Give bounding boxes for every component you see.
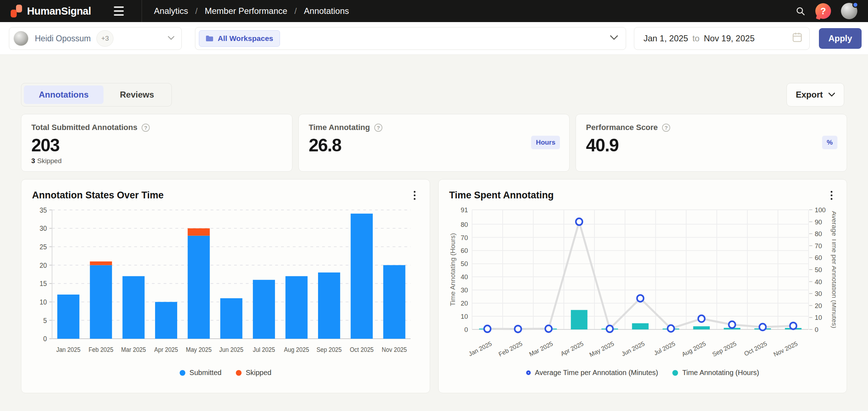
- member-select[interactable]: Heidi Opossum +3: [9, 27, 182, 50]
- time-spent-annotating-card: Time Spent Annotating 010203040506070809…: [438, 179, 847, 393]
- svg-text:70: 70: [460, 234, 468, 241]
- svg-text:Nov 2025: Nov 2025: [772, 340, 799, 358]
- workspace-select[interactable]: All Workspaces: [195, 27, 626, 50]
- svg-text:Mar 2025: Mar 2025: [121, 347, 146, 354]
- legend-ring-avg-time: [526, 370, 531, 375]
- charts-row: Annotation States Over Time 051015202530…: [21, 179, 847, 393]
- tab-annotations[interactable]: Annotations: [24, 85, 104, 104]
- breadcrumb-member-performance[interactable]: Member Performance: [205, 6, 287, 16]
- chart-legend: Average Time per Annotation (Minutes) Ti…: [449, 369, 836, 377]
- svg-text:80: 80: [460, 220, 468, 228]
- legend-dot-submitted: [180, 370, 185, 376]
- svg-text:40: 40: [460, 273, 468, 281]
- brand-name: HumanSignal: [27, 5, 91, 17]
- search-icon[interactable]: [795, 6, 805, 16]
- menu-icon[interactable]: [111, 4, 127, 19]
- svg-text:0: 0: [464, 326, 468, 333]
- workspace-chip[interactable]: All Workspaces: [199, 30, 280, 47]
- unit-badge-percent: %: [822, 136, 837, 149]
- kebab-menu-icon[interactable]: [410, 189, 419, 202]
- svg-text:Jul 2025: Jul 2025: [253, 347, 275, 354]
- legend-dot-time-annotating: [672, 370, 678, 376]
- stat-title: Time Annotating: [309, 123, 370, 132]
- legend-item-submitted[interactable]: Submitted: [180, 369, 222, 377]
- svg-text:90: 90: [815, 218, 822, 225]
- member-extra-count: +3: [96, 30, 113, 47]
- svg-text:Aug 2025: Aug 2025: [681, 340, 707, 358]
- legend-item-time-annotating[interactable]: Time Annotating (Hours): [672, 369, 759, 377]
- date-range-input[interactable]: Jan 1, 2025 to Nov 19, 2025: [634, 27, 810, 50]
- time-spent-annotating-chart: 0102030405060708091010203040506070809010…: [449, 204, 836, 365]
- workspace-chip-label: All Workspaces: [218, 34, 273, 43]
- header-divider: [142, 0, 142, 22]
- legend-item-avg-time[interactable]: Average Time per Annotation (Minutes): [526, 369, 658, 377]
- question-circle-icon[interactable]: ?: [662, 124, 670, 132]
- svg-text:Sep 2025: Sep 2025: [711, 340, 737, 358]
- svg-text:Aug 2025: Aug 2025: [284, 347, 309, 354]
- svg-text:10: 10: [815, 314, 822, 321]
- stat-title: Total Submitted Annotations: [31, 123, 137, 132]
- svg-text:40: 40: [815, 278, 822, 285]
- chevron-down-icon: [610, 35, 618, 42]
- stat-card-performance-score: Performance Score ? 40.9 %: [576, 114, 847, 172]
- stat-card-total-submitted: Total Submitted Annotations ? 203 3Skipp…: [21, 114, 292, 172]
- calendar-icon[interactable]: [792, 32, 802, 45]
- svg-text:10: 10: [39, 298, 47, 306]
- export-button[interactable]: Export: [787, 83, 844, 106]
- question-circle-icon[interactable]: ?: [142, 124, 150, 132]
- svg-text:Nov 2025: Nov 2025: [382, 347, 407, 354]
- svg-text:80: 80: [815, 230, 822, 238]
- date-from: Jan 1, 2025: [644, 33, 688, 43]
- svg-text:60: 60: [460, 247, 468, 254]
- legend-dot-skipped: [236, 370, 242, 376]
- date-to: Nov 19, 2025: [704, 33, 755, 43]
- svg-text:Feb 2025: Feb 2025: [89, 347, 113, 354]
- kebab-menu-icon[interactable]: [827, 189, 836, 202]
- svg-text:100: 100: [815, 206, 826, 214]
- folder-icon: [206, 35, 213, 42]
- chart-title: Annotation States Over Time: [32, 190, 164, 201]
- view-tabs: Annotations Reviews: [21, 83, 172, 106]
- svg-text:Jan 2025: Jan 2025: [56, 347, 80, 354]
- svg-text:Apr 2025: Apr 2025: [559, 340, 584, 357]
- stat-value: 26.8: [309, 135, 560, 156]
- svg-text:May 2025: May 2025: [588, 340, 615, 358]
- apply-button[interactable]: Apply: [819, 28, 862, 49]
- humansignal-logo-icon: [11, 5, 22, 17]
- stat-value: 203: [31, 135, 282, 156]
- chart-title: Time Spent Annotating: [449, 190, 554, 201]
- svg-text:May 2025: May 2025: [186, 347, 211, 354]
- breadcrumb-annotations[interactable]: Annotations: [304, 6, 349, 16]
- svg-text:5: 5: [43, 317, 47, 324]
- annotation-states-chart: 05101520253035Jan 2025Feb 2025Mar 2025Ap…: [32, 204, 419, 365]
- svg-text:15: 15: [39, 280, 47, 288]
- svg-text:30: 30: [460, 286, 468, 294]
- svg-text:25: 25: [39, 243, 47, 251]
- svg-text:0: 0: [43, 335, 47, 343]
- breadcrumb: Analytics / Member Performance / Annotat…: [154, 6, 349, 16]
- chevron-down-icon: [168, 35, 174, 42]
- svg-text:20: 20: [39, 261, 47, 269]
- chart-legend: Submitted Skipped: [32, 369, 419, 377]
- stat-card-time-annotating: Time Annotating ? 26.8 Hours: [298, 114, 570, 172]
- skipped-label: Skipped: [37, 157, 62, 165]
- breadcrumb-analytics[interactable]: Analytics: [154, 6, 188, 16]
- analytics-dashboard: HumanSignal Analytics / Member Performan…: [0, 0, 868, 411]
- user-avatar[interactable]: [841, 3, 857, 19]
- help-icon[interactable]: ?: [815, 3, 831, 19]
- svg-text:20: 20: [460, 300, 468, 307]
- svg-text:30: 30: [815, 290, 822, 297]
- svg-text:35: 35: [39, 206, 47, 214]
- tab-reviews[interactable]: Reviews: [105, 85, 169, 104]
- header-actions: ?: [795, 3, 868, 19]
- svg-text:10: 10: [460, 313, 468, 320]
- humansignal-logo[interactable]: HumanSignal: [0, 5, 91, 17]
- svg-text:70: 70: [815, 242, 822, 250]
- skipped-count: 3: [31, 157, 35, 165]
- legend-item-skipped[interactable]: Skipped: [236, 369, 271, 377]
- svg-text:Jun 2025: Jun 2025: [219, 347, 243, 354]
- question-circle-icon[interactable]: ?: [374, 124, 382, 132]
- svg-text:Oct 2025: Oct 2025: [350, 347, 374, 354]
- svg-text:60: 60: [815, 254, 822, 261]
- svg-text:Jun 2025: Jun 2025: [620, 340, 645, 358]
